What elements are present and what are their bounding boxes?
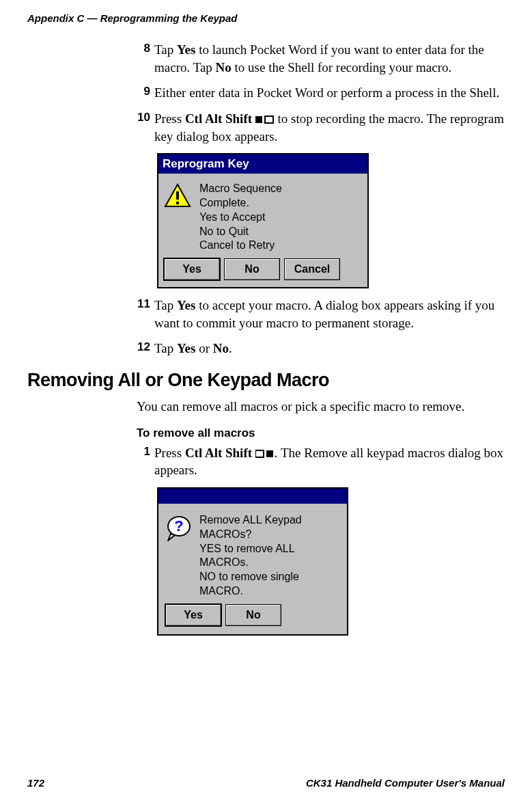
- page-number: 172: [27, 777, 44, 789]
- footer: 172 CK31 Handheld Computer User's Manual: [27, 777, 505, 789]
- cancel-button[interactable]: Cancel: [284, 258, 340, 280]
- bold-yes: Yes: [177, 42, 195, 57]
- svg-rect-3: [176, 191, 179, 200]
- content-area: 8 Tap Yes to launch Pocket Word if you w…: [137, 38, 505, 644]
- svg-rect-0: [255, 116, 262, 123]
- warning-icon: [164, 183, 191, 208]
- text: Press: [154, 111, 185, 126]
- text: Tap: [154, 42, 177, 57]
- intro-text: You can remove all macros or pick a spec…: [137, 398, 505, 416]
- step-body: Press Ctl Alt Shift . The Remove all key…: [154, 444, 505, 479]
- step-number: 11: [137, 297, 154, 331]
- step-number: 8: [137, 41, 154, 76]
- no-button[interactable]: No: [224, 258, 280, 280]
- yes-button[interactable]: Yes: [165, 604, 221, 626]
- text: Tap: [154, 298, 177, 312]
- dialog-message: Macro Sequence Complete. Yes to Accept N…: [199, 182, 282, 253]
- step-number: 12: [137, 340, 154, 357]
- step-11: 11 Tap Yes to accept your macro. A dialo…: [137, 297, 505, 331]
- msg-line: MACROs.: [199, 556, 302, 570]
- step-number: 10: [137, 110, 154, 145]
- dialog-title: Reprogram Key: [158, 154, 367, 174]
- step-number: 9: [137, 84, 154, 102]
- msg-line: MACROs?: [199, 528, 302, 542]
- dialog-body: ? Remove ALL Keypad MACROs? YES to remov…: [158, 504, 347, 603]
- msg-line: YES to remove ALL: [199, 542, 302, 556]
- svg-rect-6: [266, 450, 273, 457]
- step-12: 12 Tap Yes or No.: [137, 340, 505, 357]
- step-body: Either enter data in Pocket Word or perf…: [154, 84, 505, 102]
- dialog-body: Macro Sequence Complete. Yes to Accept N…: [158, 174, 367, 257]
- heading-removing-macro: Removing All or One Keypad Macro: [27, 370, 505, 391]
- yes-button[interactable]: Yes: [164, 258, 220, 280]
- step-body: Press Ctl Alt Shift to stop recording th…: [154, 110, 505, 145]
- step-body: Tap Yes to accept your macro. A dialog b…: [154, 297, 505, 331]
- msg-line: No to Quit: [199, 225, 282, 239]
- bold-key: Ctl Alt Shift: [185, 111, 252, 126]
- remove-key-icon: [255, 449, 275, 459]
- svg-rect-1: [265, 116, 273, 123]
- reprogram-key-dialog: Reprogram Key Macro Sequence Complete. Y…: [157, 153, 369, 288]
- step-8: 8 Tap Yes to launch Pocket Word if you w…: [137, 41, 505, 76]
- bold-no: No: [213, 341, 229, 355]
- text: to use the Shell for recording your macr…: [232, 60, 451, 74]
- msg-line: NO to remove single: [199, 570, 302, 584]
- dialog-message: Remove ALL Keypad MACROs? YES to remove …: [199, 513, 302, 599]
- dialog-buttons: Yes No: [158, 603, 347, 634]
- msg-line: Macro Sequence: [199, 182, 282, 196]
- page: Appendix C — Reprogramming the Keypad 8 …: [0, 0, 532, 801]
- dialog-title-empty: [158, 489, 347, 504]
- dialog-buttons: Yes No Cancel: [158, 257, 367, 287]
- step-9: 9 Either enter data in Pocket Word or pe…: [137, 84, 505, 102]
- msg-line: Complete.: [199, 196, 282, 211]
- text: Tap: [154, 341, 177, 355]
- stop-key-icon: [255, 115, 275, 124]
- msg-line: Yes to Accept: [199, 211, 282, 225]
- question-icon: ?: [165, 515, 193, 542]
- svg-text:?: ?: [174, 517, 183, 534]
- bold-key: Ctl Alt Shift: [185, 446, 252, 460]
- text: Press: [154, 446, 185, 460]
- msg-line: MACRO.: [199, 584, 302, 599]
- step-body: Tap Yes or No.: [154, 340, 505, 357]
- step-body: Tap Yes to launch Pocket Word if you wan…: [154, 41, 505, 76]
- text: .: [229, 341, 232, 355]
- manual-title: CK31 Handheld Computer User's Manual: [306, 777, 505, 789]
- remove-macros-dialog: ? Remove ALL Keypad MACROs? YES to remov…: [157, 487, 348, 636]
- svg-rect-5: [255, 450, 264, 457]
- text: or: [195, 341, 212, 355]
- msg-line: Remove ALL Keypad: [199, 513, 302, 528]
- svg-rect-4: [176, 202, 179, 204]
- running-head: Appendix C — Reprogramming the Keypad: [27, 12, 238, 24]
- bold-yes: Yes: [177, 298, 195, 312]
- heading-to-remove-all: To remove all macros: [137, 426, 505, 440]
- step-10: 10 Press Ctl Alt Shift to stop recording…: [137, 110, 505, 145]
- bold-yes: Yes: [177, 341, 195, 355]
- step-number: 1: [137, 444, 154, 479]
- msg-line: Cancel to Retry: [199, 239, 282, 253]
- bold-no: No: [216, 60, 232, 74]
- text: to accept your macro. A dialog box appea…: [154, 298, 494, 330]
- remove-step-1: 1 Press Ctl Alt Shift . The Remove all k…: [137, 444, 505, 479]
- no-button[interactable]: No: [225, 604, 281, 626]
